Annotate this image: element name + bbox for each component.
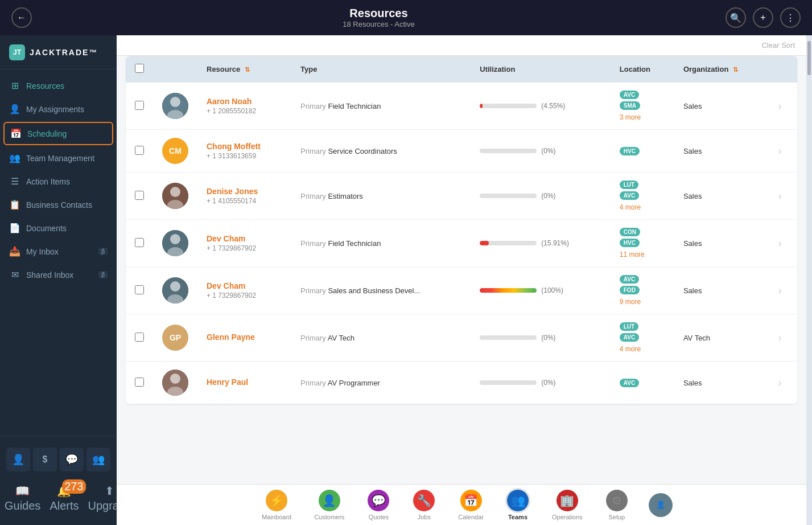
location-tag: AVC: [620, 333, 639, 342]
dollar-icon-btn[interactable]: $: [33, 448, 57, 471]
guides-nav-item[interactable]: 📖 Guides: [0, 482, 45, 515]
scrollbar[interactable]: [806, 35, 812, 525]
resource-name[interactable]: Dev Cham: [207, 281, 282, 290]
upgrade-nav-item[interactable]: ⬆ Upgrade: [84, 482, 117, 515]
clear-sort-button[interactable]: Clear Sort: [761, 41, 795, 50]
more-locations-link[interactable]: 3 more: [620, 113, 665, 121]
tab-calendar[interactable]: 📅 Calendar: [447, 486, 495, 524]
row-checkbox[interactable]: [135, 285, 144, 294]
type-primary: Primary: [300, 286, 328, 295]
type-primary: Primary: [300, 192, 328, 200]
chat-icon-btn[interactable]: 💬: [60, 448, 84, 471]
add-button[interactable]: +: [753, 7, 773, 28]
row-detail-button[interactable]: ›: [778, 285, 782, 297]
col-location: Location: [611, 56, 674, 83]
bar-track: [480, 335, 537, 340]
resource-name[interactable]: Aaron Noah: [207, 97, 282, 106]
page-subtitle: 18 Resources - Active: [343, 20, 414, 28]
col-resource[interactable]: Resource ⇅: [197, 56, 291, 83]
tab-customers[interactable]: 👤 Customers: [303, 486, 356, 524]
resource-name[interactable]: Glenn Payne: [207, 333, 282, 342]
tab-setup[interactable]: ⚙ Setup: [594, 486, 640, 524]
teams-tab-icon: 👥: [507, 490, 529, 511]
svg-point-10: [170, 281, 180, 292]
svg-point-13: [170, 374, 180, 384]
row-detail-button[interactable]: ›: [778, 237, 782, 249]
sidebar-item-my-assignments[interactable]: 👤 My Assignments: [0, 97, 117, 121]
row-detail-button[interactable]: ›: [778, 377, 782, 389]
utilization-bar: (4.55%): [480, 102, 601, 110]
top-bar-right: 🔍 + ⋮: [726, 7, 801, 28]
person-icon-btn[interactable]: 👤: [6, 448, 30, 471]
search-button[interactable]: 🔍: [726, 7, 746, 28]
col-utilization: Utilization: [471, 56, 611, 83]
sidebar-item-scheduling[interactable]: 📅 Scheduling: [3, 122, 113, 145]
tab-operations[interactable]: 🏢 Operations: [541, 486, 594, 524]
resource-name[interactable]: Dev Cham: [207, 234, 282, 243]
col-organization[interactable]: Organization ⇅: [674, 56, 769, 83]
utilization-percent: (0%): [541, 334, 555, 342]
alerts-nav-item[interactable]: 🔔 273 Alerts: [45, 482, 83, 515]
table-body: Aaron Noah + 1 2085550182Primary Field T…: [126, 83, 797, 404]
row-detail-button[interactable]: ›: [778, 145, 782, 157]
shared-inbox-badge: β: [98, 271, 108, 278]
utilization-percent: (0%): [541, 379, 555, 387]
app-body: JT JACKTRADE™ ⊞ Resources 👤 My Assignmen…: [0, 35, 812, 525]
utilization-bar: (0%): [480, 192, 601, 200]
sidebar-item-shared-inbox[interactable]: ✉ Shared Inbox β: [0, 263, 117, 286]
upgrade-label: Upgrade: [88, 499, 117, 512]
tab-quotes[interactable]: 💬 Quotes: [356, 486, 401, 524]
user-avatar[interactable]: 👤: [649, 493, 673, 517]
resource-phone: + 1 7329867902: [207, 244, 282, 252]
table-row: Aaron Noah + 1 2085550182Primary Field T…: [126, 83, 797, 130]
resource-name[interactable]: Denise Jones: [207, 187, 282, 196]
table-row: Dev Cham + 1 7329867902Primary Field Tec…: [126, 220, 797, 267]
tab-mainboard[interactable]: ⚡ Mainboard: [250, 486, 303, 524]
more-options-button[interactable]: ⋮: [780, 7, 801, 28]
more-locations-link[interactable]: 9 more: [620, 298, 665, 306]
row-checkbox[interactable]: [135, 238, 144, 247]
guides-label: Guides: [5, 499, 40, 512]
table-row: Dev Cham + 1 7329867902Primary Sales and…: [126, 267, 797, 314]
row-checkbox[interactable]: [135, 101, 144, 110]
top-bar: ← Resources 18 Resources - Active 🔍 + ⋮: [0, 0, 812, 35]
row-checkbox[interactable]: [135, 333, 144, 342]
resource-phone: + 1 4105550174: [207, 197, 282, 205]
location-tag: FOD: [620, 286, 640, 294]
resource-phone: + 1 7329867902: [207, 292, 282, 300]
main-content: Clear Sort Resource ⇅ Type: [117, 35, 806, 525]
teams-tab-label: Teams: [508, 514, 527, 520]
sidebar-item-action-items[interactable]: ☰ Action Items: [0, 170, 117, 193]
more-locations-link[interactable]: 4 more: [620, 203, 665, 211]
select-all-checkbox[interactable]: [135, 64, 144, 73]
back-button[interactable]: ←: [11, 7, 32, 28]
row-checkbox[interactable]: [135, 191, 144, 200]
more-locations-link[interactable]: 11 more: [620, 251, 665, 259]
tab-jobs[interactable]: 🔧 Jobs: [401, 486, 447, 524]
sidebar-item-resources[interactable]: ⊞ Resources: [0, 74, 117, 97]
table-header: Resource ⇅ Type Utilization Location: [126, 56, 797, 83]
calendar-tab-label: Calendar: [458, 514, 484, 520]
more-locations-link[interactable]: 4 more: [620, 345, 665, 353]
table-row: GPGlenn Payne Primary AV Tech (0%) LUTAV…: [126, 314, 797, 362]
type-primary: Primary: [300, 147, 328, 155]
tab-teams[interactable]: 👥 Teams: [495, 486, 541, 524]
group-icon-btn[interactable]: 👥: [86, 448, 110, 471]
my-inbox-icon: 📥: [9, 246, 20, 257]
row-checkbox[interactable]: [135, 378, 144, 387]
row-checkbox[interactable]: [135, 146, 144, 155]
sidebar-item-team-management[interactable]: 👥 Team Management: [0, 146, 117, 170]
resource-name[interactable]: Chong Moffett: [207, 142, 282, 151]
row-detail-button[interactable]: ›: [778, 190, 782, 202]
sidebar-item-business-contacts[interactable]: 📋 Business Contacts: [0, 193, 117, 216]
location-tag: AVC: [620, 379, 639, 387]
sidebar-item-documents[interactable]: 📄 Documents: [0, 216, 117, 240]
sidebar-item-label: Business Contacts: [26, 200, 92, 210]
sidebar-item-my-inbox[interactable]: 📥 My Inbox β: [0, 240, 117, 263]
page-title: Resources: [343, 7, 414, 20]
row-detail-button[interactable]: ›: [778, 332, 782, 344]
sidebar-item-label: Shared Inbox: [26, 270, 73, 280]
row-detail-button[interactable]: ›: [778, 100, 782, 112]
resource-name[interactable]: Henry Paul: [207, 378, 282, 387]
location-tags: LUTAVC4 more: [620, 181, 665, 211]
